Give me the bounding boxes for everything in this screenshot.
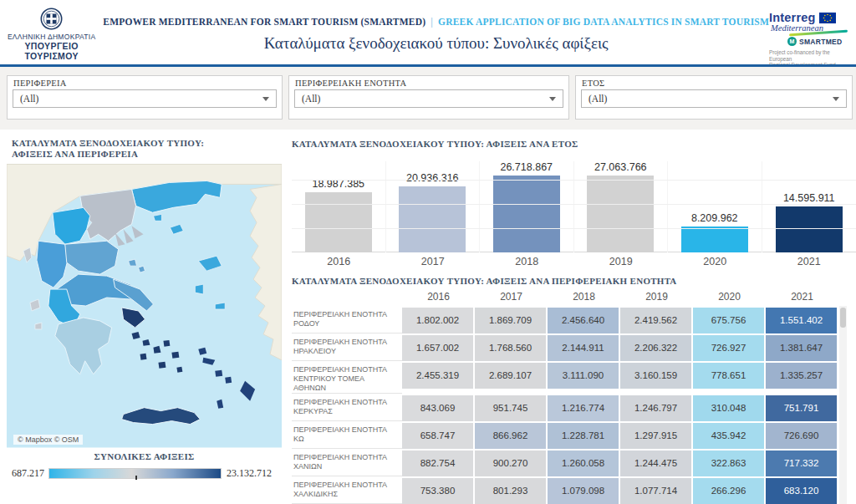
filter-perifereiaki-enotita: ΠΕΡΙΦΕΡΕΙΑΚΗ ΕΝΟΤΗΤΑ (All) [288,75,569,120]
bar-2016[interactable] [305,192,372,252]
map-attribution[interactable]: © Mapbox © OSM [13,435,83,445]
table-cell[interactable]: 726.690 [766,423,837,449]
bar-2017[interactable] [399,186,466,252]
filter-etos: ΕΤΟΣ (All) [575,75,853,120]
table-column-header-2017[interactable]: 2017 [475,291,548,306]
smartmed-label: SMARTMED [799,38,843,46]
filter-perifereia-dropdown[interactable]: (All) [13,89,277,108]
table-row: ΠΕΡΙΦΕΡΕΙΑΚΗ ΕΝΟΤΗΤΑ ΧΑΛΚΙΔΙΚΗΣ753.38080… [292,478,839,504]
table-cell[interactable]: 726.927 [693,335,764,361]
filter-etos-dropdown[interactable]: (All) [581,89,847,108]
table-cell[interactable]: 778.651 [693,363,764,389]
table-cell[interactable]: 1.551.402 [766,308,837,333]
table-column-header-2018[interactable]: 2018 [548,291,620,306]
table-cell[interactable]: 1.657.002 [402,335,473,361]
table-row-label[interactable]: ΠΕΡΙΦΕΡΕΙΑΚΗ ΕΝΟΤΗΤΑ ΧΑΛΚΙΔΙΚΗΣ [292,478,402,504]
table-cell[interactable]: 3.160.159 [620,363,691,389]
map-legend-gradient[interactable] [48,468,222,479]
table-cell[interactable]: 2.419.562 [620,308,691,333]
title-block: EMPOWER MEDITERRANEAN FOR SMART TOURISM … [103,0,769,64]
table-cell[interactable]: 2.206.322 [620,335,691,361]
table-cell[interactable]: 1.335.257 [766,363,837,389]
greece-choropleth-map[interactable]: © Mapbox © OSM [7,164,282,448]
table-column-header-2019[interactable]: 2019 [620,291,693,306]
x-axis-label-2017[interactable]: 2017 [386,256,481,267]
map-legend: ΣΥΝΟΛΙΚΕΣ ΑΦΙΞΕΙΣ 687.217 23.132.712 [0,451,288,480]
table-cell[interactable]: 717.332 [766,451,837,476]
table-cell[interactable]: 658.747 [402,423,473,449]
table-cell[interactable]: 1.768.560 [475,335,546,361]
filter-bar: ΠΕΡΙΦΕΡΕΙΑ (All) ΠΕΡΙΦΕΡΕΙΑΚΗ ΕΝΟΤΗΤΑ (A… [0,67,856,130]
header: ΕΛΛΗΝΙΚΗ ΔΗΜΟΚΡΑΤΙΑ ΥΠΟΥΡΓΕΙΟ ΤΟΥΡΙΣΜΟΥ … [0,0,856,64]
table-cell[interactable]: 1.244.475 [620,451,691,476]
x-axis-label-2020[interactable]: 2020 [668,256,762,267]
table-row-label[interactable]: ΠΕΡΙΦΕΡΕΙΑΚΗ ΕΝΟΤΗΤΑ ΚΕΡΚΥΡΑΣ [292,395,402,421]
table-row-label[interactable]: ΠΕΡΙΦΕΡΕΙΑΚΗ ΕΝΟΤΗΤΑ ΗΡΑΚΛΕΙΟΥ [292,335,402,361]
x-axis-label-2016[interactable]: 2016 [292,256,386,267]
bar-value-label: 14.595.911 [783,192,835,204]
table-cell[interactable]: 675.756 [693,308,764,333]
table-row-label[interactable]: ΠΕΡΙΦΕΡΕΙΑΚΗ ΕΝΟΤΗΤΑ ΚΕΝΤΡΙΚΟΥ ΤΟΜΕΑ ΑΘΗ… [292,363,402,394]
table-row-label[interactable]: ΠΕΡΙΦΕΡΕΙΑΚΗ ΕΝΟΤΗΤΑ ΧΑΝΙΩΝ [292,451,402,476]
bar-group-2016: 18.987.385 [292,161,386,252]
table-column-header-2016[interactable]: 2016 [402,291,475,306]
table-scrollbar-thumb[interactable] [840,308,846,328]
page-title-separator: | [428,17,436,27]
table-column-header-2021[interactable]: 2021 [766,291,838,306]
table-cell[interactable]: 683.120 [766,478,837,504]
table-cell[interactable]: 1.869.709 [475,308,546,333]
filter-perifereiaki-enotita-dropdown[interactable]: (All) [294,89,563,108]
table-scrollbar[interactable] [839,306,847,504]
bar-2021[interactable] [776,206,843,252]
x-axis-label-2018[interactable]: 2018 [480,256,574,267]
x-axis-label-2021[interactable]: 2021 [762,256,856,267]
table-cell[interactable]: 951.745 [475,395,546,421]
table-row-label[interactable]: ΠΕΡΙΦΕΡΕΙΑΚΗ ΕΝΟΤΗΤΑ ΚΩ [292,423,402,449]
table-cell[interactable]: 866.962 [475,423,546,449]
table-cell[interactable]: 266.296 [693,478,764,504]
table-cell[interactable]: 882.754 [402,451,473,476]
table-cell[interactable]: 435.942 [693,423,764,449]
map-legend-min: 687.217 [0,467,48,480]
map-legend-max: 23.132.712 [222,467,272,480]
table-cell[interactable]: 1.260.058 [548,451,619,476]
table-cell[interactable]: 1.077.714 [620,478,691,504]
table-cell[interactable]: 2.456.640 [548,308,619,333]
bar-2020[interactable] [681,227,748,252]
table-cell[interactable]: 2.144.911 [548,335,619,361]
table-row: ΠΕΡΙΦΕΡΕΙΑΚΗ ΕΝΟΤΗΤΑ ΚΩ658.747866.9621.2… [292,423,839,449]
bar-value-label: 20.936.316 [406,172,459,184]
dashboard: ΕΛΛΗΝΙΚΗ ΔΗΜΟΚΡΑΤΙΑ ΥΠΟΥΡΓΕΙΟ ΤΟΥΡΙΣΜΟΥ … [0,0,856,504]
ministry-logo: ΕΛΛΗΝΙΚΗ ΔΗΜΟΚΡΑΤΙΑ ΥΠΟΥΡΓΕΙΟ ΤΟΥΡΙΣΜΟΥ [0,0,103,64]
table-cell[interactable]: 1.079.098 [548,478,619,504]
table-cell[interactable]: 801.293 [475,478,546,504]
table-cell[interactable]: 843.069 [402,395,473,421]
table-cell[interactable]: 1.802.002 [402,308,473,333]
table-cell[interactable]: 753.380 [402,478,473,504]
ministry-line2: ΥΠΟΥΡΓΕΙΟ ΤΟΥΡΙΣΜΟΥ [0,41,103,61]
table-cell[interactable]: 310.048 [693,395,764,421]
eu-flag-icon [819,13,836,23]
table-cell[interactable]: 1.246.797 [620,395,691,421]
table-cell[interactable]: 1.297.915 [620,423,691,449]
x-axis-label-2019[interactable]: 2019 [574,256,669,267]
table-cell[interactable]: 1.216.774 [548,395,619,421]
page-subtitle: Καταλύματα ξενοδοχειακού τύπου: Συνολικέ… [264,34,609,53]
table-column-header-2020[interactable]: 2020 [693,291,766,306]
table-cell[interactable]: 3.111.090 [548,363,619,389]
table-cell[interactable]: 2.689.107 [475,363,546,389]
table-cell[interactable]: 2.455.319 [402,363,473,389]
bar-2019[interactable] [587,176,654,252]
table-cell[interactable]: 1.381.647 [766,335,837,361]
table-cell[interactable]: 322.863 [693,451,764,476]
bar-2018[interactable] [493,176,560,252]
bar-group-2019: 27.063.766 [574,161,669,252]
map-legend-title: ΣΥΝΟΛΙΚΕΣ ΑΦΙΞΕΙΣ [0,451,288,461]
bar-value-label: 8.209.962 [691,212,738,224]
bar-group-2018: 26.718.867 [480,161,574,252]
table-cell[interactable]: 1.228.781 [548,423,619,449]
table-cell[interactable]: 900.270 [475,451,546,476]
table-row-label[interactable]: ΠΕΡΙΦΕΡΕΙΑΚΗ ΕΝΟΤΗΤΑ ΡΟΔΟΥ [292,308,402,333]
bar-group-2020: 8.209.962 [668,161,762,252]
table-cell[interactable]: 751.791 [766,395,837,421]
